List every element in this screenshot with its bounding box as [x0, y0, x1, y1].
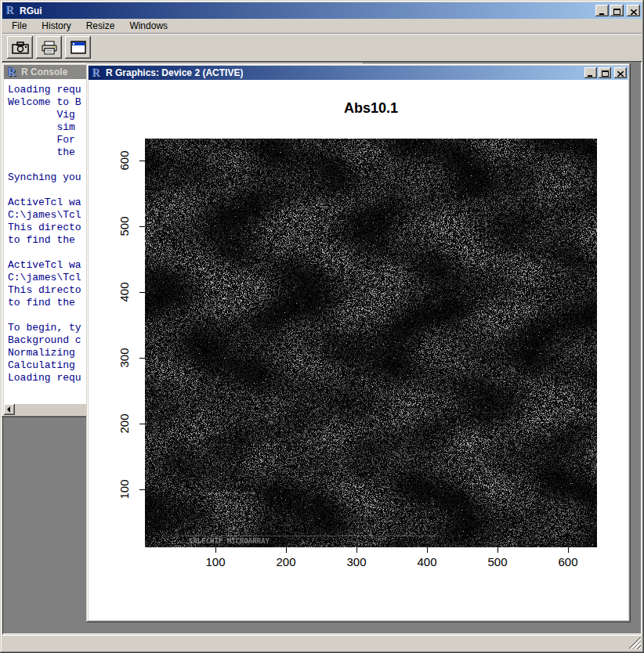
maximize-icon: [602, 70, 609, 77]
close-button[interactable]: [627, 5, 640, 16]
y-tick: [139, 424, 145, 424]
y-tick: [139, 489, 145, 490]
maximize-button[interactable]: [610, 5, 624, 16]
resize-grip[interactable]: [629, 637, 641, 649]
minimize-button[interactable]: [595, 5, 609, 16]
graphics-close-button[interactable]: [614, 67, 627, 78]
printer-icon: [41, 41, 58, 55]
y-tick-label: 400: [118, 282, 131, 301]
x-tick-label: 200: [276, 555, 295, 568]
toolbar: [2, 33, 642, 61]
r-logo-icon: R: [5, 67, 18, 78]
console-window-icon: [71, 41, 86, 54]
x-tick-label: 500: [487, 555, 507, 568]
graphics-title: R Graphics: Device 2 (ACTIVE): [106, 67, 243, 78]
status-bar: [2, 635, 642, 650]
mdi-area: R R Console Loading requ Welcome to B Vi…: [2, 61, 642, 634]
r-logo-icon: R: [4, 5, 16, 16]
print-button[interactable]: [36, 36, 62, 59]
rgui-window: R RGui File History Resize Windows: [0, 0, 644, 653]
x-tick-label: 100: [205, 555, 225, 568]
close-icon: [617, 71, 624, 77]
scroll-left-icon: [7, 406, 10, 413]
x-tick-label: 300: [346, 555, 366, 568]
console-window-button[interactable]: [65, 36, 91, 59]
menu-history[interactable]: History: [37, 20, 75, 32]
x-tick: [497, 547, 498, 553]
scroll-left-button[interactable]: [4, 404, 15, 415]
r-graphics-window: R R Graphics: Device 2 (ACTIVE) Abs10.1: [86, 63, 631, 622]
microarray-image: [145, 139, 597, 547]
x-tick-label: 600: [558, 555, 577, 568]
y-tick-label: 100: [118, 479, 131, 499]
x-tick-label: 400: [417, 555, 436, 568]
rgui-titlebar[interactable]: R RGui: [2, 2, 642, 19]
minimize-icon: [588, 71, 594, 77]
menu-file[interactable]: File: [7, 20, 31, 32]
graphics-titlebar[interactable]: R R Graphics: Device 2 (ACTIVE): [89, 66, 628, 80]
camera-icon: [12, 41, 29, 54]
minimize-icon: [599, 9, 606, 15]
graphics-minimize-button[interactable]: [584, 67, 597, 78]
window-title: RGui: [20, 5, 42, 16]
y-tick: [139, 226, 145, 227]
x-tick: [356, 547, 357, 553]
x-tick: [286, 547, 287, 553]
x-tick: [427, 547, 428, 553]
plot-title: Abs10.1: [145, 100, 597, 117]
menu-resize[interactable]: Resize: [81, 20, 120, 32]
y-tick-label: 200: [118, 413, 131, 433]
maximize-icon: [613, 9, 620, 15]
x-tick: [568, 547, 569, 553]
y-tick-label: 600: [118, 150, 131, 170]
y-tick: [139, 161, 145, 161]
console-title: R Console: [21, 67, 67, 78]
y-tick-label: 300: [118, 348, 131, 367]
y-tick: [139, 358, 145, 359]
y-tick-label: 500: [118, 216, 131, 236]
plot-area: Abs10.1 100200300400500600 6005004003002…: [89, 80, 628, 620]
y-tick: [139, 292, 145, 293]
menu-windows[interactable]: Windows: [125, 20, 172, 32]
close-icon: [631, 9, 637, 15]
r-logo-icon: R: [90, 67, 103, 79]
snapshot-button[interactable]: [7, 36, 33, 59]
menubar: File History Resize Windows: [2, 19, 642, 33]
graphics-maximize-button[interactable]: [599, 67, 611, 78]
x-tick: [215, 547, 216, 553]
